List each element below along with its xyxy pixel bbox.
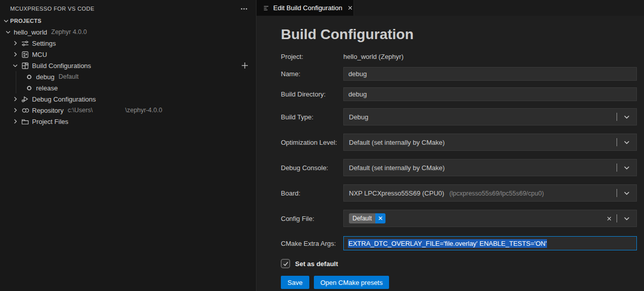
build-directory-input[interactable]: debug bbox=[343, 87, 637, 101]
cmake-extra-args-row: CMake Extra Args: EXTRA_DTC_OVERLAY_FILE… bbox=[281, 236, 637, 250]
chevron-down-icon[interactable] bbox=[4, 28, 12, 36]
sidebar-mcuxpresso: MCUXPRESSO FOR VS CODE PROJECTS hello_wo… bbox=[0, 0, 256, 291]
tree-item-label: Project Files bbox=[32, 118, 69, 125]
config-file-label: Config File: bbox=[281, 215, 343, 222]
debug-run-icon bbox=[21, 95, 29, 103]
tree-item-project-files[interactable]: Project Files bbox=[0, 116, 256, 127]
tab-title: Edit Build Configuration bbox=[273, 4, 342, 12]
list-settings-icon bbox=[263, 5, 270, 12]
chip-close-icon[interactable]: ✕ bbox=[375, 213, 385, 223]
chevron-down-icon[interactable] bbox=[11, 61, 19, 70]
board-row: Board: NXP LPCXpresso55S69 (CPU0) (lpcxp… bbox=[281, 184, 637, 202]
chevron-down-icon[interactable] bbox=[617, 164, 636, 171]
tree-item-mcu[interactable]: MCU bbox=[0, 49, 256, 60]
chevron-down-icon[interactable] bbox=[617, 139, 636, 146]
tab-bar: Edit Build Configuration bbox=[256, 0, 644, 16]
chevron-right-icon[interactable] bbox=[11, 106, 19, 114]
name-label: Name: bbox=[281, 70, 343, 78]
settings-sliders-icon bbox=[21, 39, 29, 47]
name-input[interactable]: debug bbox=[343, 67, 637, 81]
optimization-level-row: Optimization Level: Default (set interna… bbox=[281, 134, 637, 151]
tree-item-release-config[interactable]: release bbox=[0, 82, 256, 93]
chevron-down-icon[interactable] bbox=[617, 189, 636, 197]
tree-item-build-configurations[interactable]: Build Configurations bbox=[0, 60, 256, 71]
tree-item-debug-configurations[interactable]: Debug Configurations bbox=[0, 93, 256, 105]
chevron-down-icon bbox=[2, 17, 10, 25]
optimization-level-value: Default (set internally by CMake) bbox=[349, 139, 445, 146]
chevron-right-icon[interactable] bbox=[11, 95, 19, 103]
debug-console-row: Debug Console: Default (set internally b… bbox=[281, 159, 637, 176]
config-file-chip-label: Default bbox=[349, 213, 375, 223]
sidebar-header: MCUXPRESSO FOR VS CODE bbox=[0, 0, 256, 15]
chevron-down-icon[interactable] bbox=[617, 215, 636, 222]
tree-item-label: MCU bbox=[32, 51, 47, 58]
save-button[interactable]: Save bbox=[281, 276, 309, 289]
optimization-level-select[interactable]: Default (set internally by CMake) bbox=[343, 134, 637, 151]
project-value: hello_world (Zephyr) bbox=[343, 53, 404, 60]
tree-item-label: Debug Configurations bbox=[32, 95, 96, 103]
clear-all-icon[interactable] bbox=[601, 215, 617, 222]
default-badge: Default bbox=[58, 73, 79, 80]
build-configurations-icon bbox=[21, 61, 29, 70]
projects-section-header[interactable]: PROJECTS bbox=[0, 15, 256, 26]
projects-tree: hello_world Zephyr 4.0.0 Settings bbox=[0, 26, 256, 127]
build-type-select[interactable]: Debug bbox=[343, 108, 637, 125]
close-icon[interactable] bbox=[346, 4, 355, 12]
build-configuration-form: Build Configuration Project: hello_world… bbox=[256, 16, 644, 291]
more-actions-icon[interactable] bbox=[240, 5, 248, 13]
mcu-chip-icon bbox=[21, 50, 29, 58]
form-actions: Save Open CMake presets bbox=[281, 276, 637, 289]
circle-icon bbox=[25, 84, 33, 92]
selected-text: EXTRA_DTC_OVERLAY_FILE='file.overlay' EN… bbox=[348, 239, 547, 248]
name-row: Name: debug bbox=[281, 67, 637, 81]
editor-area: Edit Build Configuration Build Configura… bbox=[256, 0, 644, 291]
debug-console-select[interactable]: Default (set internally by CMake) bbox=[343, 159, 637, 176]
tree-item-hello-world[interactable]: hello_world Zephyr 4.0.0 bbox=[0, 26, 256, 38]
app-window: MCUXPRESSO FOR VS CODE PROJECTS hello_wo… bbox=[0, 0, 644, 291]
cmake-extra-args-input[interactable]: EXTRA_DTC_OVERLAY_FILE='file.overlay' EN… bbox=[343, 236, 637, 250]
sidebar-title: MCUXPRESSO FOR VS CODE bbox=[10, 6, 240, 12]
config-file-chip: Default ✕ bbox=[349, 213, 385, 223]
repository-icon bbox=[21, 106, 29, 114]
config-file-multiselect[interactable]: Default ✕ bbox=[343, 210, 637, 227]
chevron-right-icon[interactable] bbox=[11, 50, 19, 58]
chevron-right-icon[interactable] bbox=[11, 39, 19, 47]
set-as-default-label: Set as default bbox=[295, 260, 338, 268]
build-directory-row: Build Directory: debug bbox=[281, 87, 637, 101]
tab-edit-build-configuration[interactable]: Edit Build Configuration bbox=[256, 0, 354, 16]
set-as-default-checkbox[interactable] bbox=[281, 259, 290, 268]
optimization-level-label: Optimization Level: bbox=[281, 139, 343, 146]
tree-item-settings[interactable]: Settings bbox=[0, 38, 256, 49]
build-type-value: Debug bbox=[349, 113, 368, 121]
project-label: Project: bbox=[281, 53, 343, 60]
board-label: Board: bbox=[281, 189, 343, 197]
build-type-row: Build Type: Debug bbox=[281, 108, 637, 125]
circle-icon bbox=[25, 73, 33, 81]
projects-section-title: PROJECTS bbox=[10, 18, 42, 24]
board-select[interactable]: NXP LPCXpresso55S69 (CPU0) (lpcxpresso55… bbox=[343, 184, 637, 202]
tree-item-repository[interactable]: Repository c:\Users\ \zephyr-4.0.0 bbox=[0, 105, 256, 116]
folder-icon bbox=[21, 117, 29, 125]
chevron-right-icon[interactable] bbox=[11, 117, 19, 125]
project-row: Project: hello_world (Zephyr) bbox=[281, 53, 637, 60]
tree-item-label: Settings bbox=[32, 40, 56, 47]
add-build-configuration-icon[interactable] bbox=[241, 61, 249, 70]
cmake-extra-args-label: CMake Extra Args: bbox=[281, 240, 343, 247]
board-value: NXP LPCXpresso55S69 (CPU0) bbox=[349, 189, 444, 197]
open-cmake-presets-button[interactable]: Open CMake presets bbox=[314, 276, 390, 289]
repository-path-suffix: \zephyr-4.0.0 bbox=[125, 107, 162, 114]
tree-item-debug-config[interactable]: debug Default bbox=[0, 71, 256, 82]
config-file-row: Config File: Default ✕ bbox=[281, 210, 637, 227]
tree-item-label: release bbox=[36, 84, 58, 92]
tree-item-label: hello_world bbox=[14, 28, 47, 36]
debug-console-label: Debug Console: bbox=[281, 164, 343, 172]
chevron-down-icon[interactable] bbox=[617, 113, 636, 120]
build-type-label: Build Type: bbox=[281, 113, 343, 121]
page-title: Build Configuration bbox=[281, 26, 637, 43]
tree-item-label: Repository bbox=[32, 107, 63, 114]
set-as-default-row: Set as default bbox=[281, 259, 637, 268]
tree-item-label: Build Configurations bbox=[32, 62, 91, 70]
debug-console-value: Default (set internally by CMake) bbox=[349, 164, 445, 172]
board-detail: (lpcxpresso55s69/lpc55s69/cpu0) bbox=[449, 190, 544, 197]
tree-item-label: debug bbox=[36, 73, 54, 81]
